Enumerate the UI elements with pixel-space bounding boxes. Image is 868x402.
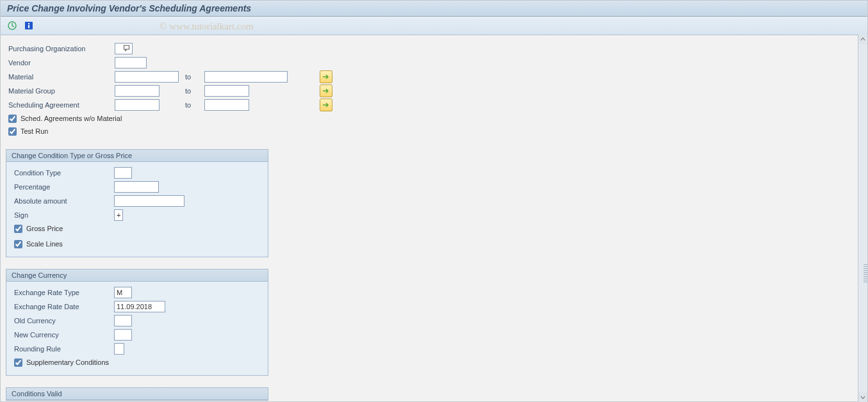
exchange-rate-type-label: Exchange Rate Type (12, 289, 114, 296)
supplementary-checkbox[interactable] (14, 358, 22, 367)
sched-agreement-label: Scheduling Agreement (6, 101, 115, 109)
absolute-amount-input[interactable] (114, 195, 184, 207)
old-currency-input[interactable] (114, 315, 132, 326)
info-button[interactable] (22, 19, 35, 32)
chevron-up-icon (860, 36, 865, 42)
supplementary-label: Supplementary Conditions (26, 358, 109, 366)
material-group-high-input[interactable] (204, 85, 249, 97)
info-icon (24, 20, 34, 31)
clock-icon (7, 20, 17, 31)
sign-input[interactable] (114, 209, 123, 221)
scroll-up-button[interactable] (858, 34, 867, 44)
chevron-down-icon (860, 395, 865, 400)
vendor-label: Vendor (6, 59, 115, 67)
rounding-rule-label: Rounding Rule (12, 345, 114, 353)
condition-type-label: Condition Type (12, 169, 114, 177)
exchange-rate-date-label: Exchange Rate Date (12, 303, 114, 310)
purchasing-org-label: Purchasing Organization (6, 45, 115, 52)
material-group-multi-button[interactable] (320, 84, 332, 97)
scroll-down-button[interactable] (858, 392, 867, 402)
scale-lines-label: Scale Lines (26, 240, 63, 248)
scale-lines-checkbox[interactable] (14, 240, 22, 248)
condition-group-title: Change Condition Type or Gross Price (6, 150, 268, 162)
sched-wo-material-checkbox[interactable] (8, 115, 17, 123)
exchange-rate-type-input[interactable] (114, 287, 132, 298)
vendor-input[interactable] (115, 57, 147, 68)
content-area: Purchasing Organization Vendor Material … (1, 35, 867, 402)
currency-group-box: Change Currency Exchange Rate Type Excha… (6, 269, 268, 376)
page-title: Price Change Involving Vendor's Scheduli… (7, 3, 251, 13)
splitter-grip[interactable] (864, 264, 867, 284)
vertical-scrollbar[interactable] (858, 34, 867, 402)
test-run-checkbox[interactable] (8, 127, 17, 136)
new-currency-label: New Currency (12, 331, 114, 339)
sched-agreement-low-input[interactable] (115, 99, 160, 111)
material-multi-button[interactable] (320, 70, 332, 83)
gross-price-checkbox[interactable] (14, 225, 22, 233)
material-label: Material (6, 73, 115, 81)
page-title-bar: Price Change Involving Vendor's Scheduli… (1, 1, 867, 17)
arrow-right-icon (322, 74, 330, 80)
material-group-label: Material Group (6, 87, 115, 95)
percentage-input[interactable] (114, 181, 159, 193)
condition-group-box: Change Condition Type or Gross Price Con… (6, 149, 268, 257)
svg-rect-2 (28, 23, 29, 24)
rounding-rule-input[interactable] (114, 343, 124, 355)
new-currency-input[interactable] (114, 329, 132, 341)
absolute-amount-label: Absolute amount (12, 197, 114, 205)
material-group-to-label: to (179, 87, 204, 95)
currency-group-title: Change Currency (6, 269, 268, 282)
percentage-label: Percentage (12, 183, 114, 191)
sched-agreement-to-label: to (179, 101, 204, 109)
application-toolbar (1, 17, 867, 35)
arrow-right-icon (322, 102, 330, 108)
material-low-input[interactable] (115, 71, 179, 83)
purchasing-org-input[interactable] (115, 43, 133, 54)
sign-label: Sign (12, 211, 114, 219)
gross-price-label: Gross Price (26, 225, 63, 232)
sched-agreement-high-input[interactable] (204, 99, 249, 111)
sched-wo-material-label: Sched. Agreements w/o Material (20, 115, 122, 122)
arrow-right-icon (322, 88, 330, 94)
svg-rect-4 (124, 45, 129, 49)
sched-agreement-multi-button[interactable] (320, 99, 332, 111)
material-group-low-input[interactable] (115, 85, 160, 97)
material-to-label: to (179, 73, 204, 81)
test-run-label: Test Run (20, 127, 48, 135)
condition-type-input[interactable] (114, 167, 132, 179)
conditions-valid-group-box: Conditions Valid (6, 387, 268, 401)
execute-button[interactable] (6, 19, 19, 32)
conditions-valid-title: Conditions Valid (6, 388, 268, 400)
exchange-rate-date-input[interactable] (114, 301, 165, 312)
search-help-icon (123, 44, 131, 54)
old-currency-label: Old Currency (12, 317, 114, 325)
material-high-input[interactable] (204, 71, 288, 83)
app-window: Price Change Involving Vendor's Scheduli… (0, 0, 868, 402)
svg-rect-3 (28, 25, 29, 28)
